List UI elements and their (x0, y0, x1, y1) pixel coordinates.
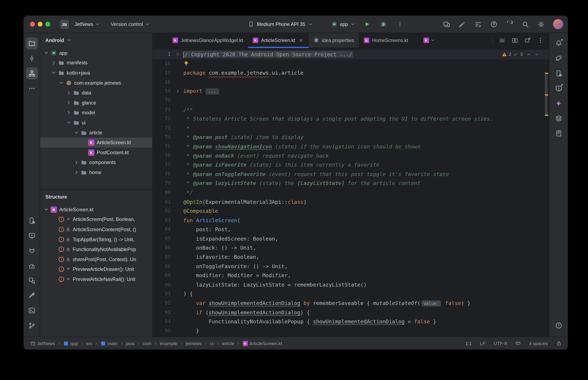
breadcrumb-main[interactable]: main (100, 340, 119, 346)
breadcrumb-articlescreen-kt[interactable]: KArticleScreen.kt (242, 340, 283, 346)
vcs-widget[interactable]: Version control (108, 20, 153, 28)
project-tree-item-components[interactable]: components (40, 158, 152, 168)
project-tree-item-postcontent-kt[interactable]: KPostContent.kt (40, 148, 152, 158)
chevron-down-icon[interactable] (66, 120, 72, 126)
line-number[interactable]: 84 (153, 225, 172, 234)
editor-tab-articlescreen-kt[interactable]: KArticleScreen.kt (248, 33, 309, 48)
breadcrumb-jetnews[interactable]: jetnews (185, 340, 202, 346)
line-number[interactable]: 90 (153, 280, 172, 289)
line-number[interactable]: 71 (153, 105, 172, 114)
tool-window-button-app-inspection[interactable] (26, 275, 38, 286)
line-number[interactable]: 81 (153, 197, 172, 207)
close-tab-icon[interactable] (299, 38, 304, 43)
tool-window-button-device-manager[interactable] (26, 215, 38, 227)
code-line-72[interactable]: 72 * Stateless Article Screen that displ… (153, 114, 549, 124)
close-window-button[interactable] (30, 22, 35, 26)
project-tree-item-articlescreen-kt[interactable]: KArticleScreen.kt (40, 137, 152, 148)
structure-item-articlescreen-post-boolean[interactable]: fArticleScreen(Post, Boolean, (40, 214, 152, 225)
code-line-90[interactable]: 90 lazyListState: LazyListState = rememb… (153, 280, 549, 289)
code-line-85[interactable]: 85 isExpandedScreen: Boolean, (153, 234, 549, 243)
tool-window-button-structure[interactable] (26, 68, 38, 79)
editor-tab-idea-properties[interactable]: idea.properties (309, 33, 359, 48)
code-line-88[interactable]: 88 onToggleFavorite: () -> Unit, (153, 262, 549, 271)
code-editor[interactable]: 1/ Copyright 2020 The Android Open Sourc… (153, 48, 549, 337)
line-number[interactable]: 16 (153, 59, 172, 68)
line-number[interactable]: 74 (153, 133, 172, 142)
line-number[interactable]: 86 (153, 243, 172, 252)
project-tree-item-ui[interactable]: ui (40, 118, 152, 128)
tool-window-button-gradle[interactable] (553, 53, 565, 64)
editor-tabs-list-icon[interactable] (499, 37, 505, 44)
run-configuration-selector[interactable]: app (331, 21, 356, 27)
next-problem-icon[interactable] (534, 52, 539, 57)
chevron-right-icon[interactable] (66, 110, 72, 116)
code-line-94[interactable]: 94 FunctionalityNotAvailablePopup { show… (153, 317, 549, 326)
chevron-down-icon[interactable] (43, 207, 49, 212)
editor-tab-homescreens-kt[interactable]: KHomeScreens.kt (359, 33, 413, 48)
editor-tab-jetnewsglanceappwidget-kt[interactable]: KJetnewsGlanceAppWidget.kt (168, 33, 248, 48)
code-line-80[interactable]: 80 */ (153, 188, 549, 197)
tool-window-button-commit[interactable] (26, 53, 38, 64)
structure-item-functionalitynotavailablepop[interactable]: fFunctionalityNotAvailablePop (40, 244, 152, 254)
editor-options-icon[interactable] (537, 37, 544, 44)
detach-editor-icon[interactable] (524, 37, 531, 44)
status-ruler[interactable] (515, 341, 521, 346)
device-selector[interactable]: Medium Phone API 35 (248, 21, 313, 27)
ai-assistant-button[interactable] (457, 19, 468, 29)
project-tree-item-article[interactable]: article (40, 128, 152, 138)
code-line-86[interactable]: 86 onBack: () -> Unit, (153, 243, 549, 252)
fold-marker-icon[interactable] (172, 87, 183, 96)
code-line-95[interactable]: 95 } (153, 326, 549, 336)
code-line-70[interactable]: 70 (153, 96, 549, 105)
code-line-81[interactable]: 81@OptIn(ExperimentalMaterial3Api::class… (153, 197, 549, 207)
line-number[interactable]: 80 (153, 188, 172, 197)
line-number[interactable]: 72 (153, 114, 172, 124)
status-caret-position[interactable]: 1:1 (465, 341, 472, 346)
warning-stripe-mark[interactable] (545, 95, 548, 95)
breadcrumb-java[interactable]: java (125, 340, 135, 346)
previous-problem-icon[interactable] (526, 52, 531, 57)
tool-window-button-build-variants[interactable] (553, 113, 565, 124)
chevron-right-icon[interactable] (51, 60, 57, 66)
line-number[interactable]: 70 (153, 96, 172, 105)
breadcrumb-app[interactable]: app (62, 340, 79, 346)
project-tree-item-manifests[interactable]: manifests (40, 58, 152, 68)
status-line-separator[interactable]: LF (480, 341, 486, 346)
chevron-right-icon[interactable] (73, 159, 79, 166)
device-mirroring-button[interactable] (441, 19, 452, 29)
chevron-down-icon[interactable] (43, 50, 49, 56)
fold-marker-icon[interactable] (172, 50, 183, 59)
structure-item-articlescreencontent-post[interactable]: fArticleScreenContent(Post, () (40, 225, 152, 234)
project-tree-item-data[interactable]: data (40, 88, 152, 98)
code-inspections-button[interactable] (473, 19, 483, 29)
code-line-87[interactable]: 87 isFavorite: Boolean, (153, 252, 549, 262)
structure-item-articlescreen-kt[interactable]: KArticleScreen.kt (40, 204, 152, 214)
warning-stripe-mark[interactable] (545, 73, 548, 74)
project-tree-item-home[interactable]: home (40, 168, 152, 177)
hidden-tabs-selector[interactable]: K (424, 33, 435, 48)
code-line-73[interactable]: 73 * (153, 124, 549, 133)
tool-window-button-profiler[interactable] (26, 260, 38, 271)
code-line-84[interactable]: 84 post: Post, (153, 225, 549, 234)
structure-item-previewarticledrawer-unit[interactable]: fPreviewArticleDrawer(): Unit (40, 264, 152, 274)
line-number[interactable]: 73 (153, 124, 172, 133)
troubleshoot-button[interactable] (489, 19, 499, 29)
project-tree-item-com-example-jetnews[interactable]: com.example.jetnews (40, 78, 152, 88)
structure-item-previewarticlenavrail-unit[interactable]: fPreviewArticleNavRail(): Unit (40, 274, 152, 284)
intention-bulb-icon[interactable] (183, 61, 189, 66)
breadcrumb-ui[interactable]: ui (209, 340, 215, 346)
code-line-71[interactable]: 71/** (153, 105, 549, 114)
code-line-74[interactable]: 74 * @param post (state) item to display (153, 133, 549, 142)
chevron-right-icon[interactable] (73, 170, 79, 176)
tool-window-button-device-explorer[interactable] (553, 127, 565, 139)
tool-window-button-project[interactable] (26, 38, 38, 49)
chevron-down-icon[interactable] (51, 70, 57, 76)
tool-window-button-notifications[interactable] (553, 38, 565, 49)
project-tree-item-glance[interactable]: glance (40, 98, 152, 108)
code-line-75[interactable]: 75 * @param showNavigationIcon (state) i… (153, 142, 549, 151)
structure-item-sharepost-post-context-un[interactable]: fsharePost(Post, Context): Un (40, 254, 152, 265)
more-run-options-button[interactable] (394, 19, 405, 29)
tool-window-button-terminal[interactable] (26, 304, 38, 316)
chevron-right-icon[interactable] (66, 90, 72, 96)
line-number[interactable]: 83 (153, 216, 172, 225)
